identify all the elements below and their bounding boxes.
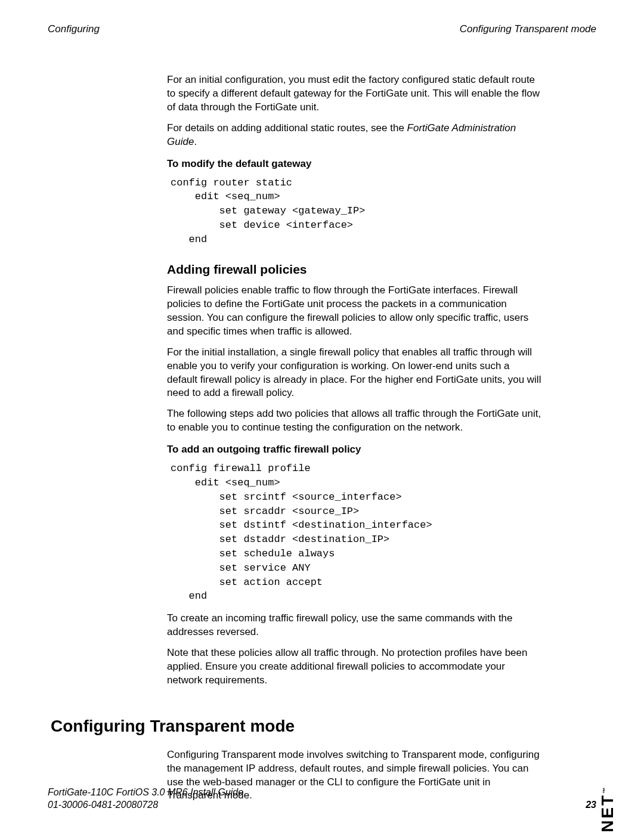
text: . xyxy=(194,136,197,147)
footer-left: FortiGate-110C FortiOS 3.0 MR6 Install G… xyxy=(48,786,243,812)
brand-logo: ::FRTINET™ xyxy=(596,788,619,833)
paragraph-intro-1: For an initial configuration, you must e… xyxy=(167,73,543,114)
heading-firewall-policies: Adding firewall policies xyxy=(167,261,543,278)
brand-black: RTINET xyxy=(598,794,617,833)
heading-modify-gateway: To modify the default gateway xyxy=(167,157,543,171)
code-router-static: config router static edit <seq_num> set … xyxy=(171,176,543,247)
heading-transparent-mode: Configuring Transparent mode xyxy=(51,715,543,738)
footer-doc-title: FortiGate-110C FortiOS 3.0 MR6 Install G… xyxy=(48,786,243,799)
footer-doc-id: 01-30006-0481-20080728 xyxy=(48,798,243,812)
text: For details on adding additional static … xyxy=(167,122,407,134)
heading-add-policy: To add an outgoing traffic firewall poli… xyxy=(167,443,543,457)
paragraph-incoming: To create an incoming traffic firewall p… xyxy=(167,612,543,639)
page-header: Configuring Configuring Transparent mode xyxy=(48,23,596,36)
header-left: Configuring xyxy=(48,23,100,36)
page-footer: FortiGate-110C FortiOS 3.0 MR6 Install G… xyxy=(48,786,596,812)
paragraph-fw-3: The following steps add two policies tha… xyxy=(167,407,543,435)
footer-page-number: 23 xyxy=(586,798,596,812)
paragraph-fw-2: For the initial installation, a single f… xyxy=(167,346,543,401)
content: For an initial configuration, you must e… xyxy=(167,73,543,803)
paragraph-fw-1: Firewall policies enable traffic to flow… xyxy=(167,284,543,339)
page: Configuring Configuring Transparent mode… xyxy=(0,0,644,833)
paragraph-note: Note that these policies allow all traff… xyxy=(167,646,543,688)
code-firewall-profile: config firewall profile edit <seq_num> s… xyxy=(171,462,543,603)
header-right: Configuring Transparent mode xyxy=(460,23,596,36)
brand-tm: ™ xyxy=(602,788,608,794)
paragraph-intro-2: For details on adding additional static … xyxy=(167,122,543,149)
